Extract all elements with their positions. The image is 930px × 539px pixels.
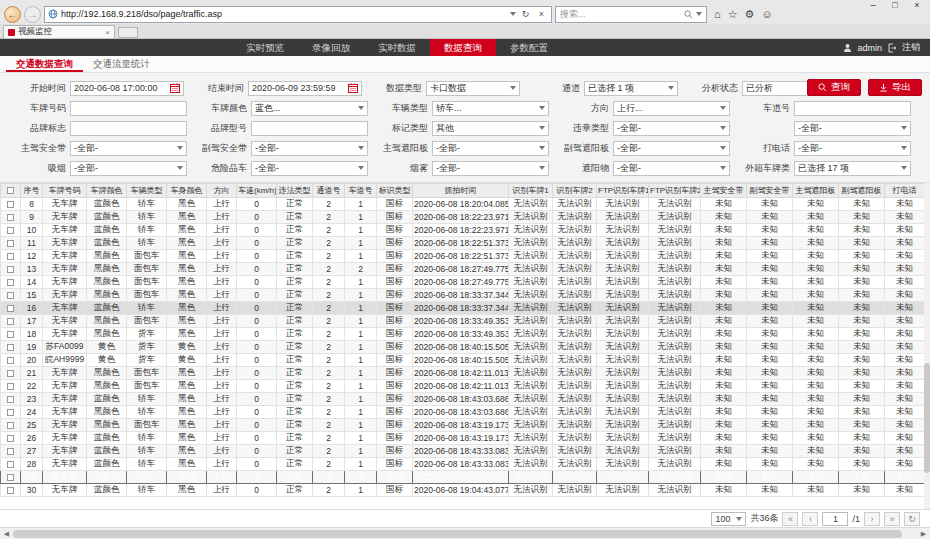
filter-select[interactable]: 上行... <box>613 101 730 116</box>
table-row[interactable]: 15无车牌黑颜色面包车黑色上行0正常21国标2020-06-08 18:33:3… <box>1 289 925 302</box>
table-row[interactable]: 26无车牌蓝颜色轿车黑色上行0正常21国标2020-06-08 18:43:19… <box>1 432 925 445</box>
row-checkbox[interactable] <box>7 253 14 260</box>
table-row[interactable]: 22无车牌黑颜色面包车黑色上行0正常21国标2020-06-08 18:42:1… <box>1 380 925 393</box>
search-icon[interactable] <box>684 10 693 19</box>
filter-select[interactable]: -全部- <box>432 161 549 176</box>
favorites-icon[interactable]: ☆ <box>728 8 738 21</box>
subtab[interactable]: 交通流量统计 <box>83 56 160 72</box>
row-checkbox[interactable] <box>7 448 14 455</box>
text-input[interactable] <box>70 121 187 136</box>
search-box[interactable]: 搜索... <box>555 6 707 23</box>
row-checkbox[interactable] <box>7 240 14 247</box>
table-row[interactable]: 14无车牌黑颜色面包车黑色上行0正常21国标2020-06-08 18:27:4… <box>1 276 925 289</box>
filter-select[interactable]: 已选择 17 项 <box>794 161 911 176</box>
nav-item[interactable]: 参数配置 <box>496 39 562 56</box>
text-input[interactable] <box>251 121 368 136</box>
forward-button[interactable]: → <box>24 6 41 23</box>
filter-select[interactable]: 蓝色... <box>251 101 368 116</box>
refresh-icon[interactable]: ↻ <box>519 9 532 19</box>
text-input[interactable] <box>70 101 187 116</box>
vertical-scrollbar-thumb[interactable] <box>924 363 930 473</box>
row-checkbox[interactable] <box>7 487 14 494</box>
filter-select[interactable]: -全部- <box>251 161 368 176</box>
horizontal-scrollbar-thumb[interactable] <box>13 530 902 538</box>
table-row[interactable]: 18无车牌黑颜色货车黑色上行0正常21国标2020-06-08 18:33:49… <box>1 328 925 341</box>
last-page-button[interactable]: » <box>884 512 900 526</box>
row-checkbox[interactable] <box>7 357 14 364</box>
table-row[interactable]: 9无车牌蓝颜色轿车黑色上行0正常21国标2020-06-08 18:22:23.… <box>1 211 925 224</box>
row-checkbox[interactable] <box>7 435 14 442</box>
filter-select[interactable]: 其他 <box>432 121 549 136</box>
prev-page-button[interactable]: ‹ <box>802 512 818 526</box>
text-input[interactable] <box>794 101 911 116</box>
scroll-right-icon[interactable]: ▶ <box>917 530 930 538</box>
table-row[interactable]: 11无车牌蓝颜色轿车黑色上行0正常21国标2020-06-08 18:22:51… <box>1 237 925 250</box>
browser-tab[interactable]: 视频监控 × <box>3 25 115 38</box>
new-tab-button[interactable] <box>118 27 138 38</box>
row-checkbox[interactable] <box>7 214 14 221</box>
row-checkbox[interactable] <box>7 292 14 299</box>
row-checkbox[interactable] <box>7 409 14 416</box>
row-checkbox[interactable] <box>7 266 14 273</box>
filter-select[interactable]: -全部- <box>794 121 911 136</box>
next-page-button[interactable]: › <box>864 512 880 526</box>
filter-select[interactable]: -全部- <box>613 141 730 156</box>
tab-close-icon[interactable]: × <box>105 28 110 37</box>
table-row[interactable]: 13无车牌黑颜色面包车黑色上行0正常22国标2020-06-08 18:27:4… <box>1 263 925 276</box>
logout-label[interactable]: 注销 <box>902 41 920 54</box>
table-row[interactable]: 28无车牌蓝颜色轿车黑色上行0正常21国标2020-06-08 18:43:33… <box>1 458 925 471</box>
filter-select[interactable]: 卡口数据 <box>426 81 520 96</box>
row-checkbox[interactable] <box>7 383 14 390</box>
table-row[interactable]: 29无车牌蓝颜色轿车黑色上行0正常21国标2020-06-08 19:04:43… <box>1 471 925 484</box>
nav-item[interactable]: 数据查询 <box>430 39 496 56</box>
vertical-scrollbar[interactable] <box>924 183 930 509</box>
table-row[interactable]: 20皖AH9999黄色货车黄色上行0正常21国标2020-06-08 18:40… <box>1 354 925 367</box>
filter-select[interactable]: 轿车... <box>432 101 549 116</box>
row-checkbox[interactable] <box>7 331 14 338</box>
datetime-input[interactable]: 2020-06-09 23:59:59 <box>248 81 362 96</box>
logout-icon[interactable] <box>887 43 897 53</box>
row-checkbox[interactable] <box>7 318 14 325</box>
filter-select[interactable]: -全部- <box>613 161 730 176</box>
minimize-button[interactable]: – <box>862 0 884 12</box>
maximize-button[interactable]: □ <box>884 0 906 12</box>
filter-select[interactable]: -全部- <box>251 141 368 156</box>
search-dropdown-icon[interactable] <box>696 12 702 16</box>
query-button[interactable]: 查询 <box>807 79 861 96</box>
table-row[interactable]: 16无车牌蓝颜色轿车黑色上行0正常21国标2020-06-08 18:33:37… <box>1 302 925 315</box>
row-checkbox[interactable] <box>7 201 14 208</box>
nav-item[interactable]: 实时预览 <box>232 39 298 56</box>
nav-item[interactable]: 实时数据 <box>364 39 430 56</box>
row-checkbox[interactable] <box>7 461 14 468</box>
row-checkbox[interactable] <box>7 305 14 312</box>
page-size-select[interactable]: 100 <box>711 512 746 526</box>
back-button[interactable]: ← <box>4 6 21 23</box>
nav-item[interactable]: 录像回放 <box>298 39 364 56</box>
address-bar[interactable]: http://192.168.9.218/dso/page/traffic.as… <box>44 6 552 23</box>
row-checkbox[interactable] <box>7 474 14 481</box>
table-row[interactable]: 12无车牌黑颜色面包车黑色上行0正常21国标2020-06-08 18:22:5… <box>1 250 925 263</box>
table-row[interactable]: 8无车牌蓝颜色轿车黑色上行0正常21国标2020-06-08 18:20:04.… <box>1 198 925 211</box>
table-row[interactable]: 23无车牌蓝颜色轿车黑色上行0正常21国标2020-06-08 18:43:03… <box>1 393 925 406</box>
datetime-input[interactable]: 2020-06-08 17:00:00 <box>70 81 184 96</box>
url-dropdown-icon[interactable] <box>510 12 516 16</box>
row-checkbox[interactable] <box>7 344 14 351</box>
refresh-list-button[interactable]: ↻ <box>904 512 920 526</box>
filter-select[interactable]: -全部- <box>70 141 187 156</box>
filter-select[interactable]: 已选择 1 项 <box>584 81 678 96</box>
table-row[interactable]: 27无车牌蓝颜色轿车黑色上行0正常21国标2020-06-08 18:43:33… <box>1 445 925 458</box>
feedback-icon[interactable]: ☺ <box>761 8 772 20</box>
table-row[interactable]: 17无车牌黑颜色面包车黑色上行0正常21国标2020-06-08 18:33:4… <box>1 315 925 328</box>
table-row[interactable]: 25无车牌黑颜色面包车黑色上行0正常21国标2020-06-08 18:43:1… <box>1 419 925 432</box>
table-row[interactable]: 21无车牌黑颜色面包车黑色上行0正常21国标2020-06-08 18:42:1… <box>1 367 925 380</box>
scroll-left-icon[interactable]: ◀ <box>0 530 13 538</box>
table-row[interactable]: 10无车牌蓝颜色轿车黑色上行0正常21国标2020-06-08 18:22:23… <box>1 224 925 237</box>
table-row[interactable]: 30无车牌蓝颜色轿车黑色上行0正常21国标2020-06-08 19:04:43… <box>1 484 925 497</box>
export-button[interactable]: 导出 <box>868 79 922 96</box>
table-row[interactable]: 24无车牌黑颜色轿车黑色上行0正常21国标2020-06-08 18:43:03… <box>1 406 925 419</box>
horizontal-scrollbar[interactable]: ◀ ▶ <box>0 527 930 539</box>
select-all-checkbox[interactable] <box>7 187 14 194</box>
first-page-button[interactable]: « <box>782 512 798 526</box>
settings-icon[interactable]: ⚙ <box>745 8 755 21</box>
table-row[interactable]: 19苏FA0099黄色货车黄色上行0正常21国标2020-06-08 18:40… <box>1 341 925 354</box>
